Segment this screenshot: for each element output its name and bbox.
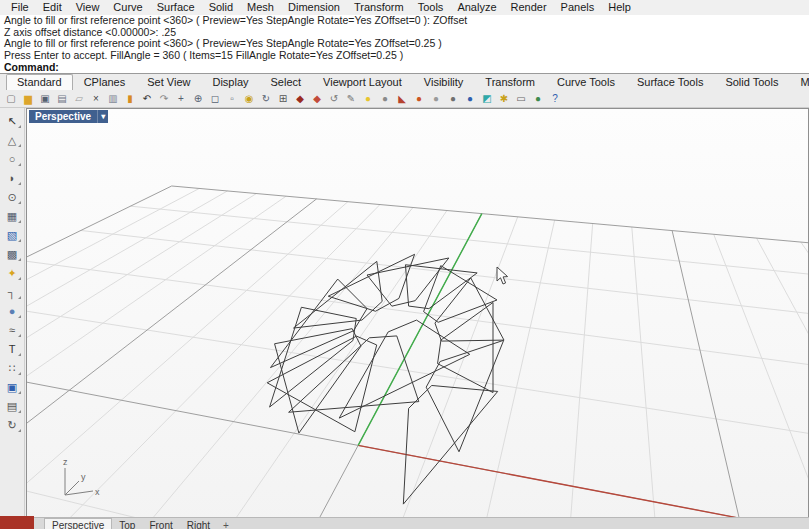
command-history-line: Z axis offset distance <0.00000>: .25 [0,27,809,39]
render-icon[interactable]: ● [411,91,427,106]
arc-icon[interactable]: ◗ [2,169,22,187]
axis-z-label: z [63,457,68,467]
earth-icon[interactable]: ● [530,91,546,106]
curve-tools-icon[interactable]: ≈ [2,321,22,339]
polar-array-item[interactable] [403,385,497,504]
polar-array-item[interactable] [289,336,419,412]
rotate-view-icon[interactable]: ↻ [258,91,274,106]
solid-tools-icon[interactable]: ▣ [2,378,22,396]
polar-array-item[interactable] [435,278,504,341]
set-view-icon[interactable]: ◆ [309,91,325,106]
menu-panels[interactable]: Panels [554,0,602,15]
shaded-display-icon[interactable]: ◣ [394,91,410,106]
polar-array-item[interactable] [339,320,470,418]
transform-icon[interactable]: ↻ [2,416,22,434]
toolbar-tab-mesh-tools[interactable]: Mesh Tools [789,75,809,90]
fillet-icon[interactable]: ┐ [2,283,22,301]
print-icon[interactable]: ▤ [54,91,70,106]
bounding-box-icon[interactable]: ▭ [513,91,529,106]
circle-icon[interactable]: ○ [2,150,22,168]
menu-dimension[interactable]: Dimension [281,0,347,15]
side-toolbar: ↖△○◗⊙▦▧▩✦┐●≈T∷▣▤↻ [0,108,25,529]
lock-icon[interactable]: ● [377,91,393,106]
zoom-window-icon[interactable]: ◻ [207,91,223,106]
viewport-tab-perspective[interactable]: Perspective [44,518,112,529]
toolbar-tab-select[interactable]: Select [260,75,313,90]
toolbar-tab-solid-tools[interactable]: Solid Tools [714,75,789,90]
menu-solid[interactable]: Solid [202,0,240,15]
lamp-icon[interactable]: ● [360,91,376,106]
menu-file[interactable]: File [4,0,36,15]
toolbar-tab-visibility[interactable]: Visibility [413,75,475,90]
toolbar-tab-standard[interactable]: Standard [6,74,73,90]
control-point-icon[interactable]: △ [2,131,22,149]
named-view-icon[interactable]: ◆ [292,91,308,106]
surface-icon[interactable]: ▦ [2,207,22,225]
delete-icon[interactable]: × [88,91,104,106]
render-preview-icon[interactable]: ● [428,91,444,106]
menu-surface[interactable]: Surface [150,0,202,15]
help-icon[interactable]: ? [547,91,563,106]
new-viewport-icon[interactable]: + [217,519,235,529]
menu-help[interactable]: Help [601,0,638,15]
viewport-tab-front[interactable]: Front [142,519,179,529]
menu-tools[interactable]: Tools [411,0,451,15]
select-arrow-icon[interactable]: ↖ [2,112,22,130]
viewport-tab-right[interactable]: Right [180,519,217,529]
mouse-cursor-icon [496,266,510,286]
open-folder-icon[interactable]: ▆ [20,91,36,106]
standard-toolbar: ▢▆▣▤▱×▥▮↶↷+⊕◻▫◉↻⊞◆◆↺✎●●◣●●●●◩✱▭●? [0,90,809,108]
viewport-title[interactable]: Perspective [29,110,97,123]
menu-render[interactable]: Render [504,0,554,15]
viewport-title-tab[interactable]: Perspective ▾ [29,110,108,123]
box-icon[interactable]: ▧ [2,226,22,244]
menu-curve[interactable]: Curve [106,0,149,15]
copy-icon[interactable]: ▥ [105,91,121,106]
zoom-extents-icon[interactable]: ▫ [224,91,240,106]
undo-icon[interactable]: ↶ [139,91,155,106]
material-editor-icon[interactable]: ◩ [479,91,495,106]
ellipse-icon[interactable]: ⊙ [2,188,22,206]
group-icon[interactable]: ∷ [2,359,22,377]
toolbar-tab-surface-tools[interactable]: Surface Tools [626,75,714,90]
toolbar-tab-transform[interactable]: Transform [474,75,546,90]
redo-icon[interactable]: ↷ [156,91,172,106]
pan-view-icon[interactable]: + [173,91,189,106]
sphere-icon[interactable]: ● [2,302,22,320]
polar-array-item[interactable] [438,302,493,392]
menu-mesh[interactable]: Mesh [240,0,281,15]
render-sphere-icon[interactable]: ● [445,91,461,106]
menu-analyze[interactable]: Analyze [450,0,503,15]
undo-view-icon[interactable]: ↺ [326,91,342,106]
array-icon[interactable]: ▤ [2,397,22,415]
zoom-dynamic-icon[interactable]: ⊕ [190,91,206,106]
viewport-layout-icon[interactable]: ⊞ [275,91,291,106]
toolbar-tab-curve-tools[interactable]: Curve Tools [546,75,626,90]
save-icon[interactable]: ▣ [37,91,53,106]
toolbar-tab-display[interactable]: Display [201,75,259,90]
menu-transform[interactable]: Transform [347,0,411,15]
viewport-canvas[interactable] [27,109,808,528]
cplane-axis-gizmo: z y x [53,455,103,507]
annotate-pencil-icon[interactable]: ✎ [343,91,359,106]
menu-edit[interactable]: Edit [36,0,69,15]
zoom-selected-icon[interactable]: ◉ [241,91,257,106]
perspective-viewport[interactable]: Perspective ▾ z y x [26,108,809,529]
command-prompt[interactable]: Command: [0,61,809,74]
cylinder-icon[interactable]: ▩ [2,245,22,263]
boolean-icon[interactable]: ✦ [2,264,22,282]
viewport-menu-arrow-icon[interactable]: ▾ [97,110,108,123]
polar-array-item[interactable] [294,261,383,328]
options-gears-icon[interactable]: ✱ [496,91,512,106]
text-icon[interactable]: T [2,340,22,358]
paste-icon[interactable]: ▮ [122,91,138,106]
toolbar-tab-cplanes[interactable]: CPlanes [73,75,137,90]
menu-view[interactable]: View [69,0,107,15]
export-doc-icon[interactable]: ▱ [71,91,87,106]
polar-array-item[interactable] [270,279,367,367]
toolbar-tab-set-view[interactable]: Set View [136,75,201,90]
viewport-tab-top[interactable]: Top [112,519,142,529]
toolbar-tab-viewport-layout[interactable]: Viewport Layout [312,75,413,90]
new-file-icon[interactable]: ▢ [3,91,19,106]
environment-icon[interactable]: ● [462,91,478,106]
